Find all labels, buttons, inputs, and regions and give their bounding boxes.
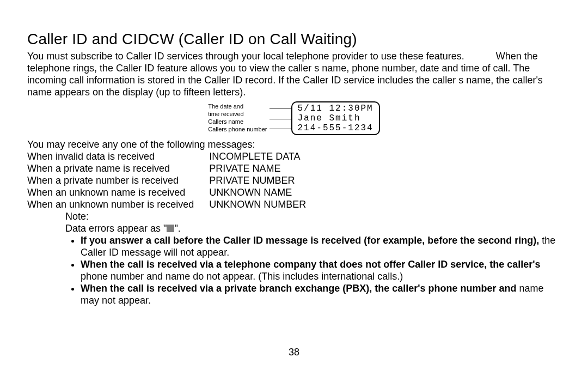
label-time: time received: [208, 110, 267, 118]
phone-display: 5/11 12:30PM Jane Smith 214-555-1234: [291, 101, 380, 135]
messages-header: You may receive any one of the following…: [27, 138, 561, 150]
label-phone: Callers phone number: [208, 125, 267, 133]
manual-page: Caller ID and CIDCW (Caller ID on Call W…: [0, 0, 588, 306]
diagram-inner: The date and time received Callers name …: [208, 101, 379, 135]
page-number: 38: [0, 347, 588, 358]
note-post: ".: [174, 223, 180, 234]
display-line3: 214-555-1234: [298, 123, 373, 133]
msg-value: PRIVATE NUMBER: [209, 174, 321, 186]
msg-value: INCOMPLETE DATA: [209, 150, 321, 162]
square-icon: [167, 225, 174, 232]
msg-when: When an unknown name is received: [27, 186, 209, 198]
display-line2: Jane Smith: [298, 113, 361, 123]
caller-id-diagram: The date and time received Callers name …: [27, 101, 561, 135]
msg-when: When an unknown number is received: [27, 198, 209, 210]
msg-value: UNKNOWN NAME: [209, 186, 321, 198]
list-item: When the call is received via a private …: [81, 282, 561, 306]
table-row: When invalid data is received INCOMPLETE…: [27, 150, 321, 162]
msg-when: When invalid data is received: [27, 150, 209, 162]
intro-paragraph: You must subscribe to Caller ID services…: [27, 50, 561, 98]
notes-list: If you answer a call before the Caller I…: [65, 234, 561, 306]
diagram-leader-lines: [270, 101, 291, 134]
bullet-rest: phone number and name do not appear. (Th…: [81, 271, 403, 282]
bullet-bold: When the call is received via a telephon…: [81, 259, 541, 270]
diagram-labels: The date and time received Callers name …: [208, 101, 269, 133]
msg-when: When a private name is received: [27, 162, 209, 174]
bullet-bold: If you answer a call before the Caller I…: [81, 235, 539, 246]
section-title: Caller ID and CIDCW (Caller ID on Call W…: [27, 31, 561, 48]
table-row: When a private number is received PRIVAT…: [27, 174, 321, 186]
display-line1: 5/11 12:30PM: [298, 104, 373, 113]
note-data-errors: Data errors appear as "".: [65, 222, 561, 234]
messages-table: When invalid data is received INCOMPLETE…: [27, 150, 321, 210]
label-name: Callers name: [208, 118, 267, 125]
list-item: If you answer a call before the Caller I…: [81, 234, 561, 258]
note-label: Note:: [65, 210, 561, 222]
list-item: When the call is received via a telephon…: [81, 258, 561, 282]
note-pre: Data errors appear as ": [65, 223, 167, 234]
table-row: When an unknown name is received UNKNOWN…: [27, 186, 321, 198]
note-block: Note: Data errors appear as "". If you a…: [65, 210, 561, 306]
msg-value: PRIVATE NAME: [209, 162, 321, 174]
table-row: When a private name is received PRIVATE …: [27, 162, 321, 174]
bullet-bold: When the call is received via a private …: [81, 283, 517, 294]
msg-value: UNKNOWN NUMBER: [209, 198, 321, 210]
table-row: When an unknown number is received UNKNO…: [27, 198, 321, 210]
intro-text-1: You must subscribe to Caller ID services…: [27, 51, 464, 62]
label-date: The date and: [208, 102, 267, 110]
msg-when: When a private number is received: [27, 174, 209, 186]
